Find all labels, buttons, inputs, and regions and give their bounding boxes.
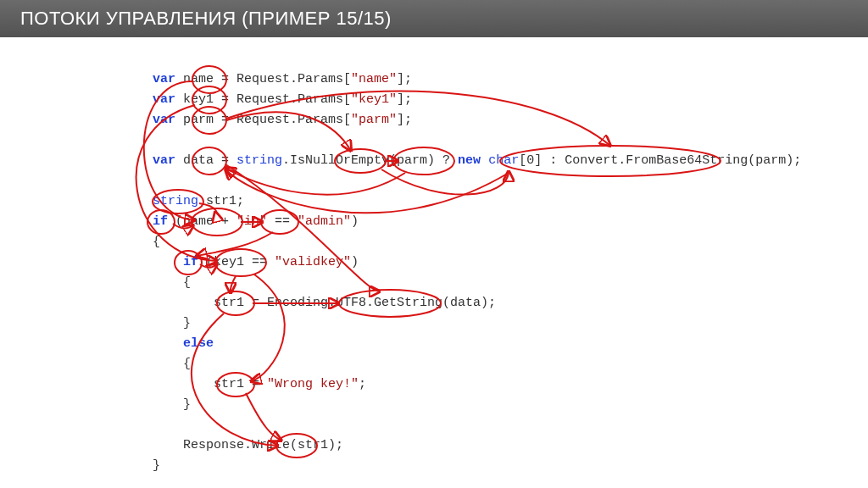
t: [0] : Convert.FromBase64String(parm); — [519, 153, 801, 168]
kw-var: var — [153, 72, 175, 86]
t — [153, 336, 183, 351]
str-wrong: "Wrong key!" — [267, 377, 359, 391]
str-in: "in" — [236, 214, 267, 229]
t: { — [153, 357, 191, 371]
kw-string: string — [236, 153, 282, 168]
t: { — [153, 235, 160, 249]
t: str1 = — [153, 377, 267, 391]
slide-title-bar: ПОТОКИ УПРАВЛЕНИЯ (ПРИМЕР 15/15) — [0, 0, 868, 37]
t: parm = Request.Params[ — [175, 113, 351, 127]
t: name = Request.Params[ — [175, 72, 351, 86]
kw-if: if — [153, 214, 168, 229]
t: } — [153, 397, 191, 412]
str-validkey: "validkey" — [275, 255, 351, 269]
slide-body: var name = Request.Params["name"]; var k… — [0, 37, 868, 488]
t: key1 = Request.Params[ — [175, 92, 351, 107]
str-name: "name" — [351, 72, 397, 86]
t: data = — [175, 153, 236, 168]
kw-string-decl: string — [153, 194, 198, 208]
t: ]; — [397, 72, 412, 86]
t: (key1 == — [198, 255, 275, 269]
t: ]; — [397, 92, 412, 107]
t: str1 = Encoding.UTF8.GetString(data); — [153, 296, 496, 310]
kw-else: else — [183, 336, 214, 351]
t: } — [153, 316, 191, 330]
t: (name + — [168, 214, 236, 229]
t: .IsNullOrEmpty(parm) ? — [282, 153, 458, 168]
str-parm: "parm" — [351, 113, 397, 127]
t — [153, 255, 183, 269]
kw-new: new — [458, 153, 481, 168]
kw-var: var — [153, 92, 175, 107]
kw-if: if — [183, 255, 198, 269]
slide-title: ПОТОКИ УПРАВЛЕНИЯ (ПРИМЕР 15/15) — [20, 8, 392, 30]
str-admin: "admin" — [298, 214, 351, 229]
kw-var: var — [153, 153, 175, 168]
t: ; — [359, 377, 366, 391]
code-block: var name = Request.Params["name"]; var k… — [153, 69, 801, 476]
t: str1; — [198, 194, 244, 208]
t: ) — [351, 255, 359, 269]
t: { — [153, 275, 191, 290]
t: == — [267, 214, 298, 229]
kw-char: char — [488, 153, 519, 168]
t: } — [153, 458, 160, 473]
t: ) — [351, 214, 359, 229]
t: ]; — [397, 113, 412, 127]
kw-var: var — [153, 113, 175, 127]
str-key1: "key1" — [351, 92, 397, 107]
t: Response.Write(str1); — [153, 438, 343, 452]
